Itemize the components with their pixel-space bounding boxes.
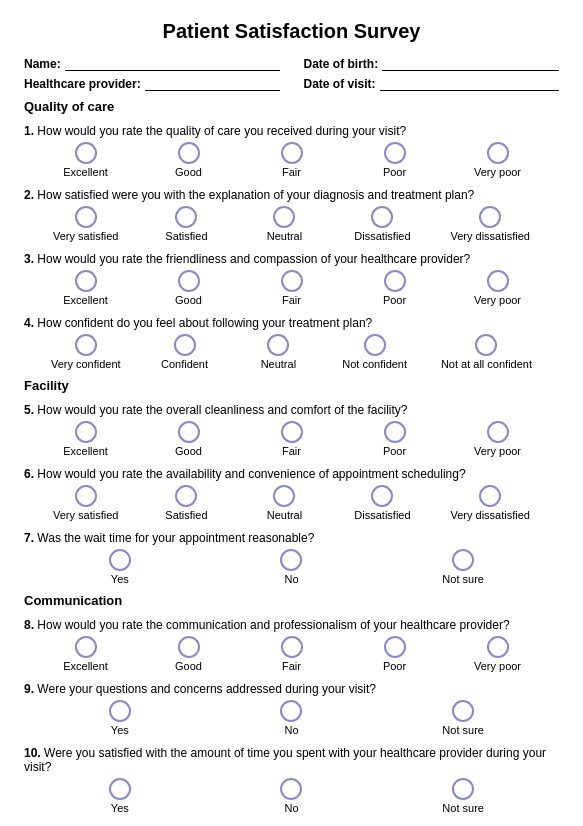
radio-0-1-0[interactable] xyxy=(75,206,97,228)
radio-0-2-3[interactable] xyxy=(384,270,406,292)
radio-0-0-4[interactable] xyxy=(487,142,509,164)
radio-2-0-3[interactable] xyxy=(384,636,406,658)
option-1-2-2[interactable]: Not sure xyxy=(423,549,503,585)
radio-0-0-1[interactable] xyxy=(178,142,200,164)
radio-0-1-3[interactable] xyxy=(371,206,393,228)
option-2-1-2[interactable]: Not sure xyxy=(423,700,503,736)
option-0-0-4[interactable]: Very poor xyxy=(468,142,528,178)
radio-2-1-1[interactable] xyxy=(280,700,302,722)
visit-field-group: Date of visit: xyxy=(304,75,560,91)
option-0-3-4[interactable]: Not at all confident xyxy=(441,334,532,370)
option-2-0-0[interactable]: Excellent xyxy=(56,636,116,672)
option-2-0-4[interactable]: Very poor xyxy=(468,636,528,672)
provider-input-line[interactable] xyxy=(145,75,280,91)
option-0-3-3[interactable]: Not confident xyxy=(342,334,407,370)
radio-1-2-0[interactable] xyxy=(109,549,131,571)
option-2-0-1[interactable]: Good xyxy=(159,636,219,672)
name-input-line[interactable] xyxy=(65,55,280,71)
option-1-0-2[interactable]: Fair xyxy=(262,421,322,457)
radio-1-1-3[interactable] xyxy=(371,485,393,507)
radio-1-1-2[interactable] xyxy=(273,485,295,507)
option-0-0-0[interactable]: Excellent xyxy=(56,142,116,178)
radio-1-0-2[interactable] xyxy=(281,421,303,443)
radio-1-1-0[interactable] xyxy=(75,485,97,507)
option-1-1-3[interactable]: Dissatisfied xyxy=(352,485,412,521)
radio-0-2-4[interactable] xyxy=(487,270,509,292)
option-0-0-3[interactable]: Poor xyxy=(365,142,425,178)
radio-0-3-1[interactable] xyxy=(174,334,196,356)
radio-2-1-0[interactable] xyxy=(109,700,131,722)
radio-2-0-4[interactable] xyxy=(487,636,509,658)
radio-2-0-1[interactable] xyxy=(178,636,200,658)
option-0-0-2[interactable]: Fair xyxy=(262,142,322,178)
radio-2-1-2[interactable] xyxy=(452,700,474,722)
radio-2-0-0[interactable] xyxy=(75,636,97,658)
option-1-1-2[interactable]: Neutral xyxy=(254,485,314,521)
visit-input-line[interactable] xyxy=(380,75,559,91)
radio-1-0-4[interactable] xyxy=(487,421,509,443)
option-0-2-2[interactable]: Fair xyxy=(262,270,322,306)
option-label-1-0-3: Poor xyxy=(383,445,406,457)
option-2-2-0[interactable]: Yes xyxy=(80,778,160,814)
option-0-0-1[interactable]: Good xyxy=(159,142,219,178)
question-text-1-2: 7. Was the wait time for your appointmen… xyxy=(24,531,559,545)
option-0-1-1[interactable]: Satisfied xyxy=(156,206,216,242)
option-label-0-0-4: Very poor xyxy=(474,166,521,178)
option-2-1-0[interactable]: Yes xyxy=(80,700,160,736)
radio-0-1-4[interactable] xyxy=(479,206,501,228)
radio-0-3-4[interactable] xyxy=(475,334,497,356)
radio-1-0-1[interactable] xyxy=(178,421,200,443)
option-2-2-2[interactable]: Not sure xyxy=(423,778,503,814)
radio-2-0-2[interactable] xyxy=(281,636,303,658)
option-0-2-0[interactable]: Excellent xyxy=(56,270,116,306)
option-0-1-2[interactable]: Neutral xyxy=(254,206,314,242)
radio-0-3-2[interactable] xyxy=(267,334,289,356)
option-0-2-3[interactable]: Poor xyxy=(365,270,425,306)
radio-0-0-0[interactable] xyxy=(75,142,97,164)
radio-1-1-4[interactable] xyxy=(479,485,501,507)
option-0-2-4[interactable]: Very poor xyxy=(468,270,528,306)
option-1-2-0[interactable]: Yes xyxy=(80,549,160,585)
radio-0-2-1[interactable] xyxy=(178,270,200,292)
option-label-2-0-3: Poor xyxy=(383,660,406,672)
radio-1-0-0[interactable] xyxy=(75,421,97,443)
radio-2-2-2[interactable] xyxy=(452,778,474,800)
option-1-1-1[interactable]: Satisfied xyxy=(156,485,216,521)
radio-0-0-2[interactable] xyxy=(281,142,303,164)
radio-0-2-0[interactable] xyxy=(75,270,97,292)
option-2-1-1[interactable]: No xyxy=(251,700,331,736)
radio-0-1-2[interactable] xyxy=(273,206,295,228)
option-0-1-4[interactable]: Very dissatisfied xyxy=(450,206,529,242)
option-0-1-3[interactable]: Dissatisfied xyxy=(352,206,412,242)
radio-1-2-1[interactable] xyxy=(280,549,302,571)
option-1-0-1[interactable]: Good xyxy=(159,421,219,457)
option-label-0-1-0: Very satisfied xyxy=(53,230,118,242)
radio-1-1-1[interactable] xyxy=(175,485,197,507)
option-2-2-1[interactable]: No xyxy=(251,778,331,814)
option-0-3-1[interactable]: Confident xyxy=(155,334,215,370)
radio-2-2-0[interactable] xyxy=(109,778,131,800)
option-2-0-3[interactable]: Poor xyxy=(365,636,425,672)
option-1-1-0[interactable]: Very satisfied xyxy=(53,485,118,521)
option-0-3-0[interactable]: Very confident xyxy=(51,334,121,370)
radio-1-2-2[interactable] xyxy=(452,549,474,571)
radio-0-0-3[interactable] xyxy=(384,142,406,164)
radio-2-2-1[interactable] xyxy=(280,778,302,800)
dob-input-line[interactable] xyxy=(382,55,559,71)
option-0-3-2[interactable]: Neutral xyxy=(248,334,308,370)
option-1-0-0[interactable]: Excellent xyxy=(56,421,116,457)
radio-0-1-1[interactable] xyxy=(175,206,197,228)
option-1-2-1[interactable]: No xyxy=(251,549,331,585)
radio-0-3-3[interactable] xyxy=(364,334,386,356)
option-0-1-0[interactable]: Very satisfied xyxy=(53,206,118,242)
option-1-0-4[interactable]: Very poor xyxy=(468,421,528,457)
option-2-0-2[interactable]: Fair xyxy=(262,636,322,672)
option-0-2-1[interactable]: Good xyxy=(159,270,219,306)
option-1-0-3[interactable]: Poor xyxy=(365,421,425,457)
options-row-1-2: YesNoNot sure xyxy=(24,549,559,585)
option-1-1-4[interactable]: Very dissatisfied xyxy=(450,485,529,521)
question-text-1-1: 6. How would you rate the availability a… xyxy=(24,467,559,481)
radio-0-2-2[interactable] xyxy=(281,270,303,292)
radio-0-3-0[interactable] xyxy=(75,334,97,356)
radio-1-0-3[interactable] xyxy=(384,421,406,443)
